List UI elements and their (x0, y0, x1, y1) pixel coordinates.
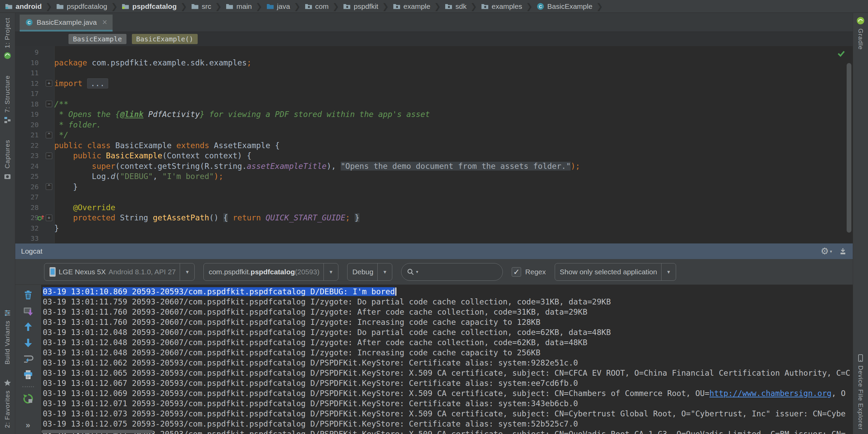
overriding-method-icon[interactable] (37, 214, 45, 221)
chevron-down-icon: ▼ (180, 263, 194, 280)
settings-gear-icon[interactable]: ⚙▾ (821, 247, 832, 256)
code-line-29[interactable]: 29+ protected String getAssetPath() { re… (15, 213, 853, 223)
code-line-20[interactable]: 20 * folder. (15, 120, 853, 130)
editor-scrollbar[interactable] (847, 63, 851, 233)
scroll-to-top-icon[interactable] (23, 321, 34, 332)
search-history-chevron-icon[interactable]: ▾ (416, 269, 418, 274)
code-line-23[interactable]: 23− public BasicExample(Context context)… (15, 151, 853, 161)
logcat-header[interactable]: Logcat ⚙▾ (15, 243, 853, 259)
tool-window-label: Captures (4, 140, 11, 169)
code-line-12[interactable]: 12+import ... (15, 78, 853, 89)
logcat-search-input[interactable]: ▾ (401, 263, 503, 281)
breadcrumb-item-examples[interactable]: examples (481, 2, 522, 11)
breadcrumb-chip-method[interactable]: BasicExample() (132, 34, 198, 44)
code-line-9[interactable]: 9 (15, 47, 853, 58)
chevron-separator-icon: ❯ (215, 2, 222, 11)
log-line[interactable]: 03-19 13:01:12.048 20593-20607/com.pspdf… (43, 337, 853, 348)
soft-wrap-icon[interactable] (23, 353, 34, 364)
process-selector[interactable]: com.pspdfkit.pspdfcatalog (20593) ▼ (203, 263, 338, 281)
log-level-selector[interactable]: Debug ▼ (347, 263, 392, 281)
code-line-10[interactable]: 10package com.pspdfkit.example.sdk.examp… (15, 58, 853, 68)
tab-basicexample-java[interactable]: C BasicExample.java × (20, 15, 113, 32)
code-text: package com.pspdfkit.example.sdk.example… (54, 58, 252, 68)
close-icon[interactable]: × (102, 18, 107, 26)
code-line-11[interactable]: 11 (15, 68, 853, 78)
log-link[interactable]: http://www.chambersign.org (709, 389, 831, 398)
line-number: 23 (15, 152, 39, 160)
logcat-output[interactable]: 03-19 13:01:10.869 20593-20593/com.pspdf… (41, 287, 853, 434)
fold-marker-icon[interactable]: + (46, 80, 52, 86)
log-line[interactable]: 03-19 13:01:11.760 20593-20607/com.pspdf… (43, 307, 853, 317)
tool-window-button-1-project[interactable]: 1: Project (3, 18, 12, 60)
breadcrumb-item-sdk[interactable]: sdk (445, 2, 467, 11)
code-line-32[interactable]: 32} (15, 223, 853, 234)
log-level-value: Debug (352, 268, 373, 276)
code-editor[interactable]: 910package com.pspdfkit.example.sdk.exam… (15, 46, 853, 243)
code-line-28[interactable]: 28 @Override (15, 202, 853, 213)
regex-checkbox[interactable]: ✓ (512, 267, 521, 277)
fold-marker-icon[interactable]: + (46, 215, 52, 221)
code-line-24[interactable]: 24 super(context.getString(R.string.asse… (15, 161, 853, 172)
code-line-33[interactable]: 33 (15, 233, 853, 243)
code-line-18[interactable]: 18−/** (15, 99, 853, 110)
breadcrumb-item-com[interactable]: com (304, 2, 329, 11)
breadcrumb-item-pspdfcatalog[interactable]: pspdfcatalog (121, 2, 177, 11)
screen-capture-icon[interactable] (23, 305, 34, 316)
inspection-status-icon[interactable] (837, 49, 846, 58)
tool-window-button-gradle[interactable]: Gradle (856, 16, 865, 50)
logcat-filter-selector[interactable]: Show only selected application ▼ (555, 263, 676, 281)
log-line[interactable]: 03-19 13:01:10.869 20593-20593/com.pspdf… (43, 287, 853, 297)
tool-window-button-7-structure[interactable]: 7: Structure (3, 75, 12, 124)
code-line-21[interactable]: 21^ */ (15, 130, 853, 140)
clear-logcat-icon[interactable] (23, 290, 34, 300)
breadcrumb-item-java[interactable]: java (266, 2, 290, 11)
breadcrumb-item-src[interactable]: src (191, 2, 211, 11)
restart-icon[interactable] (23, 393, 34, 404)
log-line[interactable]: 03-19 13:01:12.073 20593-20593/com.pspdf… (43, 409, 853, 419)
print-icon[interactable] (23, 369, 34, 380)
breadcrumb-item-basicexample[interactable]: CBasicExample (536, 2, 592, 11)
fold-marker-icon[interactable]: ^ (46, 183, 52, 190)
left-tool-stripe: 1: Project7: StructureCapturesBuild Vari… (0, 13, 15, 434)
log-line[interactable]: 03-19 13:01:12.065 20593-20593/com.pspdf… (43, 368, 853, 378)
log-line[interactable]: 03-19 13:01:12.069 20593-20593/com.pspdf… (43, 388, 853, 398)
code-line-22[interactable]: 22public class BasicExample extends Asse… (15, 140, 853, 151)
fold-marker-icon[interactable]: − (46, 101, 52, 107)
dock-pinned-icon[interactable] (839, 247, 847, 255)
log-line[interactable]: 03-19 13:01:12.048 20593-20607/com.pspdf… (43, 327, 853, 337)
code-line-25[interactable]: 25 Log.d("DEBUG", "I'm bored"); (15, 171, 853, 182)
chevron-separator-icon: ❯ (45, 2, 52, 11)
log-line[interactable]: 03-19 13:01:12.048 20593-20607/com.pspdf… (43, 348, 853, 358)
log-line[interactable]: 03-19 13:01:12.067 20593-20593/com.pspdf… (43, 378, 853, 388)
code-line-27[interactable]: 27 (15, 192, 853, 202)
breadcrumb-item-pspdfkit[interactable]: pspdfkit (343, 2, 378, 11)
code-line-26[interactable]: 26^ } (15, 182, 853, 192)
chevron-separator-icon: ❯ (382, 2, 389, 11)
tool-window-label: Build Variants (4, 320, 11, 364)
tool-window-button-build-variants[interactable]: Build Variants (3, 309, 12, 364)
breadcrumb-chip-class[interactable]: BasicExample (68, 34, 126, 44)
log-line[interactable]: 03-19 13:01:11.760 20593-20607/com.pspdf… (43, 317, 853, 327)
breadcrumb-item-pspdfcatalog[interactable]: pspdfcatalog (56, 2, 107, 11)
tool-window-button-device-file-explorer[interactable]: Device File Explorer (856, 354, 865, 430)
code-line-19[interactable]: 19 * Opens the {@link PdfActivity} for v… (15, 109, 853, 120)
log-line[interactable]: 03-19 13:01:11.759 20593-20607/com.pspdf… (43, 297, 853, 307)
log-line[interactable]: 03-19 13:01:12.077 20593-20593/com.pspdf… (43, 429, 853, 434)
fold-marker-icon[interactable]: ^ (46, 132, 52, 138)
breadcrumb-item-android[interactable]: android (5, 2, 42, 11)
more-icon[interactable]: » (26, 420, 30, 430)
tool-window-button-2-favorites[interactable]: 2: Favorites (3, 379, 12, 428)
code-line-17[interactable]: 17 (15, 88, 853, 99)
log-line[interactable]: 03-19 13:01:12.062 20593-20593/com.pspdf… (43, 358, 853, 368)
breadcrumb-item-main[interactable]: main (225, 2, 252, 11)
device-selector[interactable]: LGE Nexus 5X Android 8.1.0, API 27 ▼ (44, 263, 195, 281)
log-line[interactable]: 03-19 13:01:12.071 20593-20593/com.pspdf… (43, 398, 853, 409)
log-line[interactable]: 03-19 13:01:12.075 20593-20593/com.pspdf… (43, 419, 853, 429)
breadcrumb-item-example[interactable]: example (393, 2, 430, 11)
scroll-to-end-icon[interactable] (23, 337, 34, 348)
tool-window-button-captures[interactable]: Captures (3, 140, 12, 180)
fold-marker-icon[interactable]: − (46, 153, 52, 159)
regex-checkbox-group[interactable]: ✓ Regex (512, 267, 546, 277)
breadcrumb-label: sdk (455, 2, 467, 11)
logcat-horizontal-scrollbar[interactable] (41, 430, 153, 433)
